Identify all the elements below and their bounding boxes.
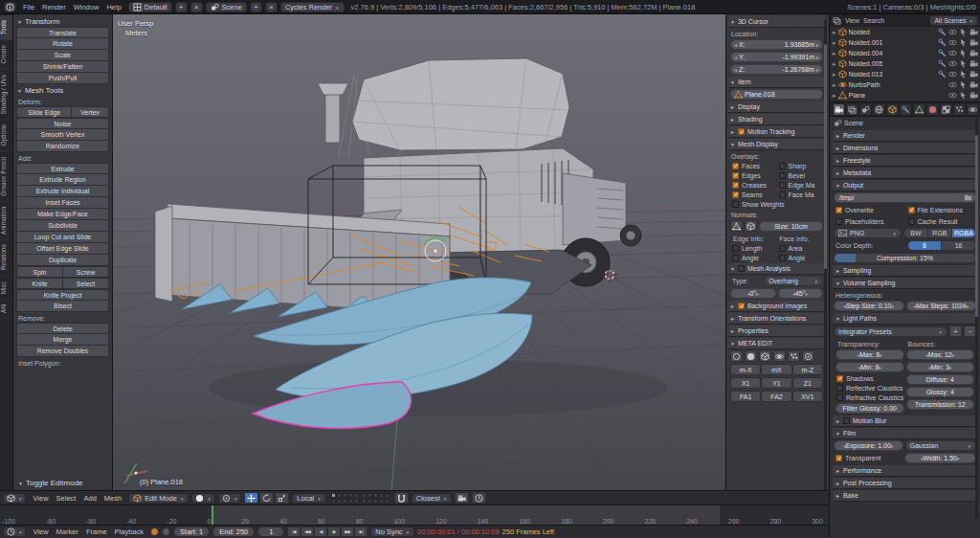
- panel-transform-header[interactable]: Transform: [15, 15, 110, 27]
- shadows-checkbox[interactable]: Shadows: [835, 373, 905, 383]
- frame-end-field[interactable]: End: 250: [212, 527, 255, 537]
- playback-button[interactable]: ▶▶: [341, 527, 354, 537]
- timeline-playhead[interactable]: [212, 505, 213, 525]
- viewport-shading-selector[interactable]: [191, 493, 214, 504]
- panel-transform-orientations-header[interactable]: Transform Orientations: [728, 313, 825, 325]
- camera-icon[interactable]: [969, 38, 978, 47]
- bounces-min-field[interactable]: Min: 3: [906, 362, 975, 372]
- overlay-checkbox[interactable]: Bevel: [777, 170, 824, 180]
- pivot-center-selector[interactable]: [218, 493, 241, 504]
- camera-icon[interactable]: [969, 91, 978, 100]
- show-weights-checkbox[interactable]: Show Weights: [728, 199, 825, 209]
- meta-button[interactable]: X1: [730, 377, 761, 389]
- eye-icon[interactable]: [948, 49, 957, 57]
- outliner-view-menu[interactable]: View: [845, 17, 859, 24]
- slide-edge-button[interactable]: Slide Edge: [16, 106, 72, 118]
- motion-blur-checkbox[interactable]: [843, 417, 850, 424]
- integrator-presets-dropdown[interactable]: Integrator Presets: [834, 326, 947, 337]
- meta-button[interactable]: m-Z: [792, 364, 823, 375]
- cache-result-checkbox[interactable]: Cache Result: [906, 216, 977, 226]
- panel-render-header[interactable]: Render: [833, 130, 977, 142]
- meta-icon-3[interactable]: [759, 350, 771, 362]
- panel-3d-cursor-header[interactable]: 3D Cursor: [728, 16, 825, 28]
- cursor-location-field[interactable]: Y:-1.99391m: [730, 52, 823, 62]
- menu-item[interactable]: Select: [53, 491, 80, 505]
- tool-button[interactable]: Extrude Individual: [16, 186, 109, 197]
- camera-icon[interactable]: [969, 80, 978, 89]
- panel-mesh-analysis-header[interactable]: Mesh Analysis: [728, 263, 825, 275]
- keying-set-button[interactable]: [162, 527, 170, 536]
- panel-motion-blur-header[interactable]: Motion Blur: [833, 415, 977, 427]
- outliner-row[interactable]: ▸Noided.001: [830, 37, 980, 48]
- slide-vertex-button[interactable]: Vertex: [72, 106, 109, 118]
- eye-icon[interactable]: [948, 70, 957, 78]
- vertex-normals-toggle[interactable]: [730, 220, 743, 232]
- menu-item[interactable]: Playback: [111, 525, 147, 538]
- panel-output-header[interactable]: Output: [833, 180, 977, 191]
- menu-item[interactable]: Frame: [82, 525, 111, 538]
- tab-world-icon[interactable]: [873, 103, 885, 116]
- tab-scene-icon[interactable]: [859, 103, 872, 116]
- tool-button[interactable]: Scale: [16, 50, 109, 61]
- transmission-bounces-field[interactable]: Transmission: 12: [906, 399, 975, 410]
- meta-button[interactable]: Z1: [792, 377, 823, 389]
- tool-button[interactable]: Loop Cut and Slide: [16, 232, 109, 243]
- meta-button[interactable]: FA1: [730, 391, 761, 402]
- outliner-row[interactable]: ▸Noided: [830, 27, 980, 37]
- exposure-field[interactable]: Exposure: 1.00: [834, 440, 903, 451]
- panel-item-header[interactable]: Item: [728, 77, 825, 88]
- tool-button[interactable]: Extrude Region: [16, 174, 109, 186]
- motion-tracking-checkbox[interactable]: [738, 128, 745, 135]
- edge-info-checkbox[interactable]: Length: [730, 243, 777, 253]
- panel-film-header[interactable]: Film: [833, 428, 977, 439]
- panel-toggle-editmode-header[interactable]: Toggle Editmode: [16, 477, 109, 488]
- cursor-icon[interactable]: [959, 70, 968, 78]
- tool-button[interactable]: Bisect: [16, 301, 109, 312]
- color-depth-8-button[interactable]: 8: [907, 240, 943, 251]
- spin-button[interactable]: Spin: [16, 266, 63, 278]
- preset-add-button[interactable]: +: [949, 325, 962, 337]
- meta-icon-4[interactable]: [773, 350, 786, 362]
- editor-type-timeline-button[interactable]: [3, 527, 26, 537]
- outliner-row[interactable]: ▸Noided.013: [830, 69, 980, 79]
- snap-toggle-button[interactable]: [394, 492, 409, 504]
- panel-properties-header[interactable]: Properties: [728, 325, 825, 337]
- meta-button[interactable]: m-X: [730, 364, 761, 375]
- panel-mesh-tools-header[interactable]: Mesh Tools: [15, 84, 110, 96]
- tool-button[interactable]: Delete: [16, 323, 109, 334]
- cursor-icon[interactable]: [959, 28, 968, 36]
- tool-button[interactable]: Knife Project: [16, 289, 109, 301]
- normal-size-field[interactable]: Size: 10cm: [759, 221, 823, 232]
- panel-motion-tracking-header[interactable]: Motion Tracking: [728, 126, 825, 138]
- panel-post-processing-header[interactable]: Post Processing: [833, 478, 977, 489]
- add-layout-button[interactable]: +: [175, 2, 188, 12]
- cursor-location-field[interactable]: X:1.93685m: [730, 39, 823, 50]
- tab-modifiers-icon[interactable]: [900, 103, 912, 116]
- compression-slider[interactable]: Compression: 15%: [834, 253, 976, 263]
- add-scene-button[interactable]: +: [250, 2, 262, 12]
- step-size-field[interactable]: Step Size: 0.10: [834, 301, 904, 311]
- editor-type-info-button[interactable]: [4, 2, 16, 12]
- tool-button[interactable]: Subdivide: [16, 220, 109, 232]
- step-right-icon[interactable]: [816, 41, 819, 48]
- color-depth-16-button[interactable]: 16: [942, 240, 976, 251]
- panel-performance-header[interactable]: Performance: [833, 465, 977, 477]
- toolshelf-tab[interactable]: Create: [0, 40, 12, 70]
- eye-icon[interactable]: [948, 59, 957, 68]
- outliner-row[interactable]: ▸Noided.005: [830, 58, 980, 69]
- menu-item[interactable]: Render: [38, 0, 70, 14]
- cursor-icon[interactable]: [959, 49, 968, 57]
- pixel-filter-dropdown[interactable]: Gaussian: [905, 440, 977, 451]
- overlay-checkbox[interactable]: Edge Ma: [777, 180, 824, 190]
- panel-dimensions-header[interactable]: Dimensions: [833, 143, 977, 154]
- file-extensions-checkbox[interactable]: File Extensions: [906, 205, 977, 214]
- cursor-icon[interactable]: [959, 38, 968, 47]
- record-auto-keyframe-button[interactable]: [150, 527, 159, 536]
- analysis-min-field[interactable]: 0°: [730, 288, 776, 299]
- placeholders-checkbox[interactable]: Placeholders: [834, 216, 904, 226]
- color-mode-bw-button[interactable]: BW: [903, 228, 928, 238]
- meta-icon-1[interactable]: [730, 350, 743, 362]
- opengl-render-anim-button[interactable]: [472, 492, 486, 504]
- panel-meta-edit-header[interactable]: META EDIT: [728, 338, 825, 349]
- screen-layout-selector[interactable]: Default: [128, 2, 172, 12]
